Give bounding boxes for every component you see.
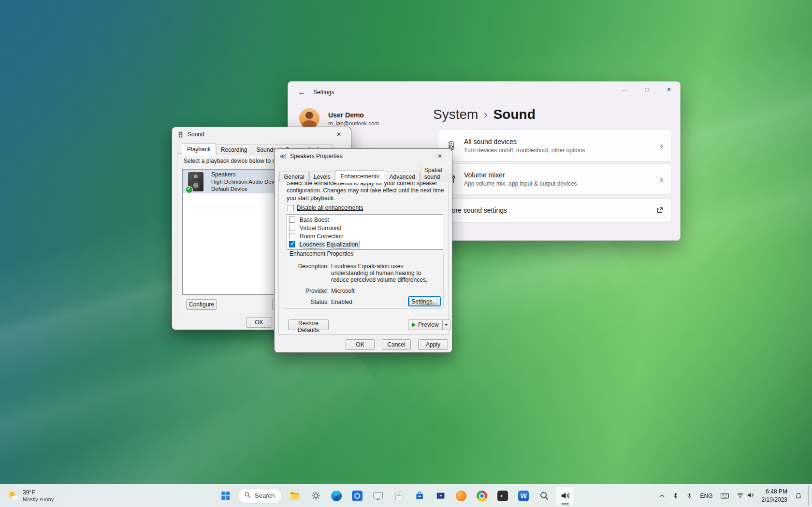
enhancements-list: Bass Boost Virtual Surround Room Correct… (287, 214, 443, 250)
enhancement-settings-button[interactable]: Settings... (408, 296, 441, 306)
tab-advanced[interactable]: Advanced (385, 172, 419, 182)
system-tray: ENG 6:48 PM 2/10/2023 (656, 484, 811, 507)
taskbar-app-file-explorer[interactable] (285, 486, 304, 506)
checkbox[interactable] (289, 217, 295, 223)
taskbar-app-chrome[interactable] (472, 486, 492, 506)
tab-levels[interactable]: Levels (309, 172, 335, 182)
minimize-button[interactable]: — (613, 82, 636, 97)
taskbar-app-camera[interactable] (348, 486, 367, 506)
card-title: Volume mixer (464, 171, 577, 179)
quick-settings-button[interactable] (733, 486, 757, 506)
speaker-icon (279, 153, 287, 160)
chevron-right-icon: › (660, 174, 663, 185)
sound-dialog-titlebar: Sound ✕ (172, 127, 351, 142)
taskbar-app-search[interactable] (535, 486, 554, 506)
taskbar: 39°F Mostly sunny Search (0, 484, 812, 507)
speaker-device-icon (188, 172, 203, 191)
user-account-block[interactable]: User Demo m_lab@outlook.com (299, 108, 379, 129)
preview-button[interactable]: Preview (408, 319, 450, 330)
sound-ok-button[interactable]: OK (246, 317, 272, 328)
description-text: Loudness Equalization uses understanding… (331, 263, 434, 283)
tray-time: 6:48 PM (762, 488, 787, 495)
notification-bell-icon[interactable] (792, 486, 805, 506)
tab-enhancements[interactable]: Enhancements (335, 170, 384, 182)
microphone-tray-icon[interactable] (683, 486, 696, 506)
enhancement-virtual-surround[interactable]: Virtual Surround (287, 224, 443, 232)
speaker-icon (177, 131, 184, 138)
checkbox[interactable] (288, 205, 294, 211)
back-button[interactable]: ← (295, 87, 308, 98)
language-indicator[interactable]: ENG (697, 486, 716, 506)
close-button[interactable]: ✕ (658, 82, 680, 97)
taskbar-app-photos[interactable] (451, 486, 471, 506)
group-title: Enhancement Properties (288, 250, 355, 257)
enhancement-loudness-equalization[interactable]: Loudness Equalization (287, 240, 443, 248)
clock[interactable]: 6:48 PM 2/10/2023 (758, 486, 791, 506)
checkbox[interactable] (289, 233, 295, 239)
cancel-button[interactable]: Cancel (382, 339, 411, 350)
show-desktop-button[interactable] (808, 486, 811, 506)
taskbar-app-sound[interactable] (555, 486, 575, 506)
status-label: Status: (287, 299, 329, 305)
enhancements-tab-page: Select the enhancements to apply for you… (278, 175, 449, 335)
card-more-sound-settings[interactable]: More sound settings (438, 198, 671, 222)
checkbox[interactable] (289, 225, 295, 231)
card-title: More sound settings (446, 206, 507, 214)
volume-icon (747, 492, 754, 500)
terminal-icon: >_ (497, 491, 508, 501)
breadcrumb-separator: › (484, 108, 487, 121)
enhancement-bass-boost[interactable]: Bass Boost (287, 216, 443, 224)
breadcrumb-system[interactable]: System (433, 107, 478, 122)
weather-widget[interactable]: 39°F Mostly sunny (2, 484, 58, 507)
breadcrumb: System › Sound (433, 107, 536, 122)
taskbar-app-settings[interactable] (306, 486, 325, 506)
preview-label: Preview (418, 321, 442, 328)
start-button[interactable] (216, 486, 235, 506)
chevron-right-icon: › (660, 140, 663, 151)
taskbar-search[interactable]: Search (238, 488, 282, 504)
speakers-dialog-titlebar: Speakers Properties ✕ (275, 149, 452, 163)
weather-condition: Mostly sunny (23, 496, 54, 502)
default-device-check-icon (186, 186, 193, 193)
sound-dialog-title: Sound (188, 131, 204, 138)
enhancement-label: Bass Boost (298, 217, 331, 223)
taskbar-app-movies-tv[interactable] (431, 486, 450, 506)
maximize-button[interactable]: □ (636, 82, 658, 97)
avatar (299, 108, 319, 129)
disable-all-enhancements-checkbox[interactable]: Disable all enhancements (288, 204, 363, 211)
window-controls: — □ ✕ (613, 82, 680, 97)
taskbar-app-store[interactable] (410, 486, 429, 506)
tab-general[interactable]: General (279, 172, 309, 182)
provider-value: Microsoft (331, 288, 434, 294)
speakers-dialog-tabs: General Levels Enhancements Advanced Spa… (279, 165, 452, 182)
checkbox[interactable] (289, 241, 295, 247)
taskbar-app-edge[interactable] (327, 486, 346, 506)
touch-keyboard-icon[interactable] (717, 486, 732, 506)
hidden-icons-button[interactable] (656, 486, 668, 506)
enhancement-label: Loudness Equalization (298, 241, 360, 248)
tab-recording[interactable]: Recording (217, 145, 252, 155)
taskbar-app-project[interactable] (368, 486, 388, 506)
taskbar-app-terminal[interactable]: >_ (493, 486, 512, 506)
provider-label: Provider: (287, 288, 329, 294)
speakers-dialog-title: Speakers Properties (290, 153, 343, 159)
ok-button[interactable]: OK (346, 339, 375, 350)
enhancement-room-correction[interactable]: Room Correction (287, 232, 443, 240)
tab-spatial-sound[interactable]: Spatial sound (420, 165, 451, 182)
card-all-sound-devices[interactable]: All sound devices Turn devices on/off, t… (438, 130, 671, 161)
taskbar-app-notepad[interactable] (389, 486, 408, 506)
configure-button[interactable]: Configure (186, 299, 217, 310)
taskbar-app-word[interactable]: W (514, 486, 533, 506)
desktop: ← Settings — □ ✕ User Demo m_lab@outlook… (0, 0, 812, 507)
sun-icon (7, 489, 18, 503)
bluetooth-tray-icon[interactable] (669, 486, 682, 506)
device-description: High Definition Audio Device (211, 178, 281, 185)
apply-button[interactable]: Apply (418, 339, 448, 350)
dropdown-arrow-icon[interactable] (443, 324, 450, 326)
close-icon[interactable]: ✕ (433, 151, 447, 161)
close-icon[interactable]: ✕ (332, 129, 346, 140)
tab-playback[interactable]: Playback (182, 143, 216, 155)
device-status: Default Device (211, 186, 281, 192)
restore-defaults-button[interactable]: Restore Defaults (288, 319, 329, 330)
card-volume-mixer[interactable]: Volume mixer App volume mix, app input &… (438, 163, 671, 194)
